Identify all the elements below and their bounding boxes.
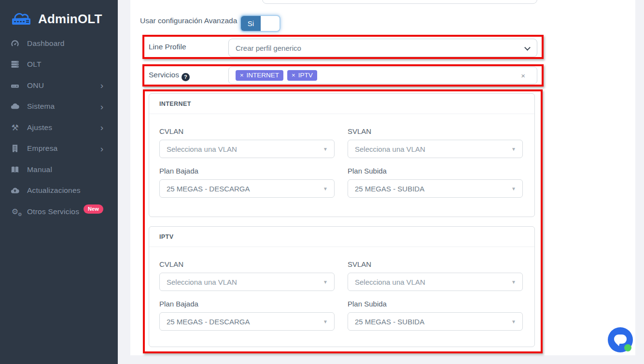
app-logo[interactable]: AdminOLT [0,0,118,30]
plan-subida-dropdown[interactable]: 25 MEGAS - SUBIDA ▼ [348,179,523,198]
advanced-config-toggle[interactable]: Si [240,15,280,32]
device-icon [9,81,21,90]
clear-all-icon[interactable]: × [521,72,525,80]
chevron-right-icon: › [100,102,103,111]
gear-icon-small: ⚙ [18,212,22,217]
plan-subida-label: Plan Subida [348,300,523,308]
tag-remove-icon[interactable]: × [240,72,244,79]
sidebar-item-label: Manual [27,165,52,174]
servicios-multiselect[interactable]: × INTERNET × IPTV × [228,67,537,84]
tools-icon: ⚒ [9,123,21,132]
svlan-dropdown[interactable]: Selecciona una VLAN ▼ [348,273,523,291]
sidebar-item-manual[interactable]: Manual [0,159,118,180]
sidebar-item-ajustes[interactable]: ⚒ Ajustes › [0,117,118,138]
caret-down-icon: ▼ [511,319,516,324]
cvlan-label: CVLAN [159,127,335,135]
dropdown-value: 25 MEGAS - SUBIDA [355,185,424,193]
servicios-label: Servicios? [149,71,190,80]
book-icon [9,165,21,175]
dropdown-placeholder: Selecciona una VLAN [167,145,237,153]
speedometer-icon [9,39,21,48]
sidebar-item-label: Actualizaciones [27,186,81,195]
tag-label: IPTV [298,72,313,79]
chevron-right-icon: › [100,81,103,90]
line-profile-select[interactable]: Crear perfil generico [228,39,537,57]
dropdown-placeholder: Selecciona una VLAN [355,145,425,153]
plan-subida-label: Plan Subida [348,167,523,175]
caret-down-icon: ▼ [511,146,516,152]
sidebar-item-label: Dashboard [27,39,65,48]
screen: AdminOLT Dashboard OLT ONU › [0,0,644,364]
cvlan-dropdown[interactable]: Selecciona una VLAN ▼ [159,273,335,291]
sidebar-item-label: Otros Servicios [27,207,79,216]
sidebar-item-empresa[interactable]: Empresa › [0,138,118,160]
line-profile-selected-value: Crear perfil generico [236,44,301,52]
sidebar-item-otros-servicios[interactable]: ⚙ ⚙ Otros Servicios New [0,201,118,222]
sidebar-item-onu[interactable]: ONU › [0,75,118,96]
card-title: IPTV [149,227,534,247]
svlan-dropdown[interactable]: Selecciona una VLAN ▼ [348,140,523,158]
annotation-box-line-profile: Line Profile Crear perfil generico [142,35,544,59]
adminolt-logo-icon [9,8,34,29]
app-title: AdminOLT [38,12,102,27]
plan-bajada-label: Plan Bajada [159,167,335,175]
chevron-down-icon [524,44,531,51]
partial-input-top[interactable] [262,0,537,4]
sidebar-item-sistema[interactable]: Sistema › [0,96,118,117]
cloud-icon [9,102,21,111]
sidebar-item-olt[interactable]: OLT [0,54,118,75]
sidebar-item-label: Empresa [27,144,57,153]
line-profile-label: Line Profile [149,43,186,51]
building-icon [9,144,21,153]
tag-internet[interactable]: × INTERNET [236,70,283,81]
plan-subida-dropdown[interactable]: 25 MEGAS - SUBIDA ▼ [348,312,523,331]
advanced-config-label: Usar configuración Avanzada [140,16,237,25]
tag-iptv[interactable]: × IPTV [287,70,317,81]
main-content: Usar configuración Avanzada Si Line Prof… [118,0,644,364]
server-stack-icon [9,59,21,69]
dropdown-placeholder: Selecciona una VLAN [167,278,237,286]
sidebar: AdminOLT Dashboard OLT ONU › [0,0,118,364]
annotation-box-service-cards: INTERNET CVLAN Selecciona una VLAN ▼ SVL… [143,89,543,353]
cvlan-dropdown[interactable]: Selecciona una VLAN ▼ [159,140,335,158]
cvlan-label: CVLAN [159,260,335,268]
help-icon[interactable]: ? [182,73,190,81]
new-badge: New [84,204,103,214]
sidebar-item-actualizaciones[interactable]: Actualizaciones [0,180,118,202]
caret-down-icon: ▼ [323,146,328,152]
dropdown-value: 25 MEGAS - SUBIDA [355,318,424,326]
chevron-right-icon: › [100,144,103,153]
tag-remove-icon[interactable]: × [292,72,295,79]
internet-card: INTERNET CVLAN Selecciona una VLAN ▼ SVL… [149,93,535,217]
sidebar-item-label: OLT [27,60,42,69]
gear-icon: ⚙ [12,207,18,216]
toggle-on-segment[interactable]: Si [241,16,261,31]
chat-bubble-icon [614,335,627,344]
caret-down-icon: ▼ [323,319,328,324]
online-status-dot [624,344,631,351]
dropdown-placeholder: Selecciona una VLAN [355,278,425,286]
dropdown-value: 25 MEGAS - DESCARGA [167,318,250,326]
svlan-label: SVLAN [348,260,523,268]
chevron-right-icon: › [100,123,103,132]
plan-bajada-dropdown[interactable]: 25 MEGAS - DESCARGA ▼ [159,179,335,198]
sidebar-item-dashboard[interactable]: Dashboard [0,33,118,54]
tag-label: INTERNET [247,72,280,79]
caret-down-icon: ▼ [323,279,328,285]
plan-bajada-dropdown[interactable]: 25 MEGAS - DESCARGA ▼ [159,312,335,331]
caret-down-icon: ▼ [511,279,516,285]
sidebar-item-label: Ajustes [27,123,52,132]
servicios-label-text: Servicios [149,71,179,79]
sidebar-item-label: ONU [27,81,44,90]
annotation-box-servicios: Servicios? × INTERNET × IPTV × [142,64,544,87]
gears-icon: ⚙ ⚙ [9,207,21,216]
dropdown-value: 25 MEGAS - DESCARGA [167,185,250,193]
cloud-upload-icon [9,186,21,195]
plan-bajada-label: Plan Bajada [159,300,335,308]
svlan-label: SVLAN [348,127,523,135]
iptv-card: IPTV CVLAN Selecciona una VLAN ▼ SVLAN [149,226,535,347]
sidebar-item-label: Sistema [27,102,55,111]
sidebar-menu: Dashboard OLT ONU › Sistema [0,33,118,222]
caret-down-icon: ▼ [323,186,328,191]
caret-down-icon: ▼ [511,186,516,191]
